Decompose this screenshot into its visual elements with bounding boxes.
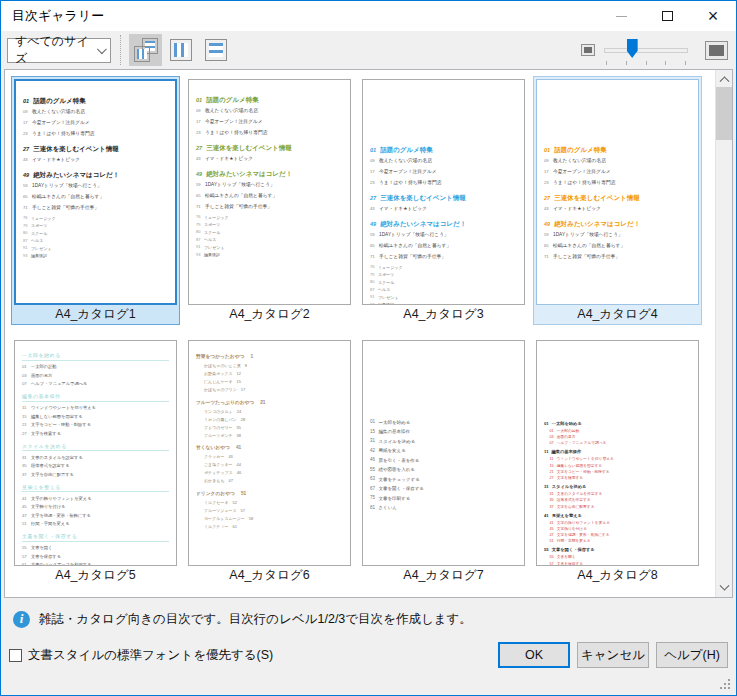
toc-line: 27三連休を楽しむイベント情報 [544,193,691,202]
toc-line: 17今夏オープン！注目グルメ [544,169,691,176]
thumbnail-large-icon[interactable] [705,41,728,60]
caption-buttons: × [598,1,736,31]
vertical-scrollbar[interactable] [715,70,732,597]
toc-page-content: 野菜をつかったおやつ1かぼちゃのいとこ煮 8お野菜ボックス 12にんじんケーキ … [189,341,350,529]
size-filter-select[interactable]: すべてのサイズ [7,38,111,63]
toc-page-preview: 01一太郎を始める15編集の基本操作31スタイルを決める42用紙を変える46罫を… [362,340,525,566]
gallery-item[interactable]: 野菜をつかったおやつ1かぼちゃのいとこ煮 8お野菜ボックス 12にんじんケーキ … [186,338,353,585]
resize-grip[interactable] [720,679,732,691]
toc-line: 15編集しない範囲を固定する [22,414,169,420]
toc-line: 23うま！はや！持ち帰り専門店 [196,130,343,137]
toc-line: 80スクール [370,280,517,286]
toc-line: 23うま！はや！持ち帰り専門店 [23,131,168,138]
toc-line: 591DAYトリップ「牧場へ行こう」 [23,183,168,190]
toc-page-preview: 01話題のグルメ特集09教えたくない穴場の名店17今夏オープン！注目グルメ23う… [362,79,525,305]
slider-tick [665,61,666,65]
gallery-item[interactable]: 01一太郎を始める01一太郎の起動03画面の見方07ヘルプ・マニュアルで調べる1… [534,338,701,585]
chevron-down-icon [97,44,107,54]
toc-line: 37文字を自由に配置する [22,472,169,478]
scrollbar-track[interactable] [716,140,732,580]
toc-page-content: 01一太郎を始める15編集の基本操作31スタイルを決める42用紙を変える46罫を… [363,341,524,511]
slider-track[interactable] [604,48,688,53]
window-title: 目次ギャラリー [12,7,104,25]
view-mixed-button[interactable] [129,34,162,66]
gallery-item[interactable]: 一太郎を始める01一太郎の起動03画面の見方07ヘルプ・マニュアルで調べる編集の… [12,338,179,585]
cancel-button[interactable]: キャンセル [577,642,649,668]
toc-line: 03画面の見方 [22,373,169,379]
footer: 文書スタイルの標準フォントを優先する(S) OK キャンセル ヘルプ(H) [9,641,728,669]
toc-line: 49絶対みたいシネマはコレだ！ [23,170,168,179]
toc-line: 55文書を開く・保存する [544,547,691,553]
toc-gallery-dialog: 目次ギャラリー × すべてのサイズ [0,0,737,696]
toc-line: 01話題のグルメ特集 [23,96,168,105]
toc-gallery-list: 01話題のグルメ特集09教えたくない穴場の名店17今夏オープン！注目グルメ23う… [4,69,733,598]
toc-line: 63文書をチェックする [370,476,517,483]
toc-line: 42用紙を変える [370,448,517,455]
toc-line: 41文字の飾りやフォントを変える [22,496,169,502]
toc-page-preview: 01一太郎を始める01一太郎の起動03画面の見方07ヘルプ・マニュアルで調べる1… [536,340,699,566]
toc-line: 23うま！はや！持ち帰り専門店 [544,180,691,187]
toc-line: 71手しごと雑貨「可憐の手仕事」 [544,254,691,261]
gallery-item[interactable]: 01話題のグルメ特集09教えたくない穴場の名店17今夏オープン！注目グルメ23う… [186,77,353,324]
toc-line: 01話題のグルメ特集 [370,145,517,154]
toc-line: ミカンの蒸しパン 28 [196,417,343,423]
toc-line: 21文字をコピー・移動・削除する [22,422,169,428]
gallery-item[interactable]: 01話題のグルメ特集09教えたくない穴場の名店17今夏オープン！注目グルメ23う… [12,77,179,324]
toc-line: 51行間・字間を変える [544,539,691,544]
maximize-button[interactable] [644,1,690,31]
gallery-item[interactable]: 01一太郎を始める15編集の基本操作31スタイルを決める42用紙を変える46罫を… [360,338,527,585]
toc-section-heading: 編集の基本操作 [22,393,169,402]
ok-button[interactable]: OK [498,642,570,668]
toolbar: すべてのサイズ [1,31,736,69]
info-icon: i [13,611,30,628]
toc-line: 45文字飾りを付ける [544,526,691,531]
close-button[interactable]: × [690,1,736,31]
toc-line: 57文書を保存する [22,554,169,560]
toc-line: 57文書を保存する [544,561,691,566]
toc-line: 41文字の飾りやフォントを変える [544,520,691,525]
toc-line: 31文書のスタイルを設定する [544,491,691,496]
toc-section-heading: フルーツたっぷりのおやつ21 [196,399,343,406]
toc-line: 23うま！はや！持ち帰り専門店 [370,180,517,187]
toc-line: 75文書を印刷する [370,495,517,502]
view-landscape-button[interactable] [199,34,232,66]
thumbnail-zoom-controls [581,35,728,65]
toc-line: 91プレゼント [23,246,168,252]
toc-line: かぼちゃのプリン 17 [196,387,343,393]
info-text: 雑誌・カタログ向きの目次です。目次行のレベル1/2/3で目次を作成します。 [39,611,472,628]
toc-page-content: 一太郎を始める01一太郎の起動03画面の見方07ヘルプ・マニュアルで調べる編集の… [15,341,176,566]
toc-line: 35段落書式を設定する [22,463,169,469]
toc-line: おかきもち 47 [196,478,343,484]
toc-line: 65松嶋ユキさんの「自然と暮らす」 [196,193,343,200]
toc-line: ブドウのゼリー 35 [196,425,343,431]
view-portrait-button[interactable] [164,34,197,66]
prefer-standard-font-checkbox[interactable]: 文書スタイルの標準フォントを優先する(S) [9,647,273,664]
toc-page-content: 01一太郎を始める01一太郎の起動03画面の見方07ヘルプ・マニュアルで調べる1… [537,341,698,566]
toc-line: 76ミュージック [196,215,343,221]
checkbox-label: 文書スタイルの標準フォントを優先する(S) [28,647,273,664]
toc-line: ミルクセーキ 52 [196,500,343,506]
toc-line: にんじんケーキ 15 [196,379,343,385]
toc-page-preview: 野菜をつかったおやつ1かぼちゃのいとこ煮 8お野菜ボックス 12にんじんケーキ … [188,340,351,566]
toc-line: 79スポーツ [23,223,168,229]
toc-line: 47文字を強調・変形・装飾にする [544,532,691,537]
toc-line: 11ウィンドウやシートを切り替える [544,457,691,462]
thumbnail-small-icon[interactable] [581,44,595,56]
checkbox-icon[interactable] [9,649,22,662]
scroll-up-button[interactable] [716,70,732,87]
toc-line: 11ウィンドウやシートを切り替える [22,405,169,411]
scroll-down-button[interactable] [716,580,732,597]
scrollbar-thumb[interactable] [716,87,732,140]
toc-line: ヨーグルトスムージー 58 [196,516,343,522]
chevron-down-icon [719,581,729,591]
thumbnail-size-slider[interactable] [604,35,688,65]
slider-thumb[interactable] [627,39,638,58]
help-button[interactable]: ヘルプ(H) [656,642,728,668]
gallery-item[interactable]: 01話題のグルメ特集09教えたくない穴場の名店17今夏オープン！注目グルメ23う… [534,77,701,324]
toc-line: 01一太郎を始める [370,419,517,426]
toc-section-heading: ドリンクのおやつ51 [196,490,343,497]
toc-line: 65松嶋ユキさんの「自然と暮らす」 [370,243,517,250]
toc-line: 03画面の見方 [544,434,691,439]
toc-line: 80スクール [196,230,343,236]
gallery-item[interactable]: 01話題のグルメ特集09教えたくない穴場の名店17今夏オープン！注目グルメ23う… [360,77,527,324]
